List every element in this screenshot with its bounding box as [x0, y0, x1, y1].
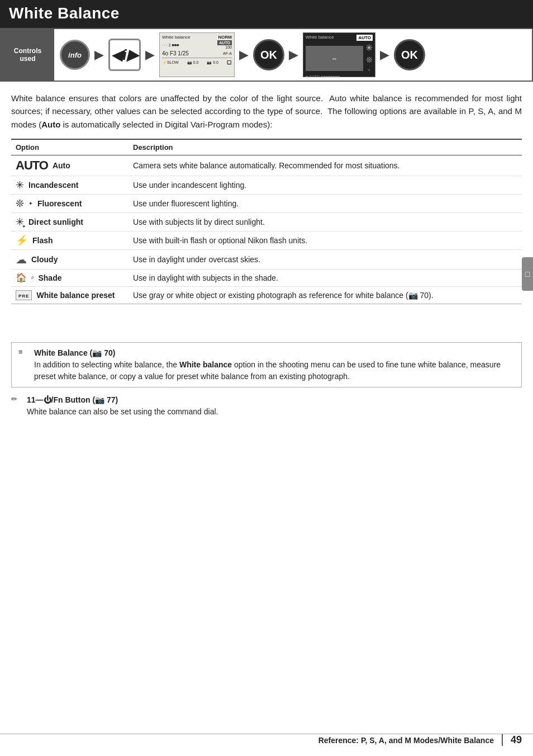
desc-cell-3: Use with subjects lit by direct sunlight… — [129, 212, 522, 231]
arrow-icon-3: ▶ — [239, 48, 249, 62]
note-icon-1: ≡ — [18, 348, 30, 356]
note-1-text: White Balance (📷 70) In addition to sele… — [34, 347, 515, 382]
controls-content: info ▶ ◀i▶ ▶ White balance NORM · · · 2 … — [54, 29, 532, 81]
table-row: AUTO AutoCamera sets white balance autom… — [11, 155, 522, 176]
option-cell-0: AUTO Auto — [11, 155, 129, 176]
option-cell-7: PRE White balance preset — [11, 287, 129, 304]
option-cell-1: ✳· Incandescent — [11, 176, 129, 194]
option-cell-6: 🏠// Shade — [11, 269, 129, 286]
page-footer: Reference: P, S, A, and M Modes/White Ba… — [0, 734, 533, 746]
arrow-icon-4: ▶ — [289, 48, 298, 62]
desc-cell-0: Camera sets white balance automatically.… — [129, 155, 522, 176]
camera-tab-icon: □ — [523, 270, 532, 278]
controls-panel: Controls used info ▶ ◀i▶ ▶ White balance… — [0, 28, 533, 82]
note-box-2: ✏ 11—⏻/Fn Button (📷 77) White balance ca… — [11, 394, 522, 418]
page-number: 49 — [502, 734, 522, 746]
option-cell-3: ✳✦ Direct sunlight — [11, 212, 129, 231]
arrow-icon-5: ▶ — [380, 48, 389, 62]
desc-cell-5: Use in daylight under overcast skies. — [129, 249, 522, 269]
table-row: PRE White balance presetUse gray or whit… — [11, 287, 522, 304]
controls-label: Controls used — [1, 29, 54, 81]
arrow-icon: ▶ — [94, 48, 104, 62]
table-row: ✳✦ Direct sunlightUse with subjects lit … — [11, 212, 522, 231]
i-icon: ◀i▶ — [111, 46, 137, 64]
desc-cell-6: Use in daylight with subjects in the sha… — [129, 269, 522, 286]
ok-button-1[interactable]: OK — [253, 39, 284, 70]
intro-paragraph: White balance ensures that colors are un… — [11, 92, 522, 131]
table-row: ⚡ FlashUse with built-in flash or option… — [11, 231, 522, 249]
note-box-1: ≡ White Balance (📷 70) In addition to se… — [11, 342, 522, 388]
col-option-header: Option — [11, 139, 129, 155]
right-tab: □ — [522, 257, 533, 291]
ok-button-2[interactable]: OK — [394, 39, 425, 70]
desc-cell-4: Use with built-in flash or optional Niko… — [129, 231, 522, 249]
option-cell-5: ☁ Cloudy — [11, 249, 129, 269]
footer-text: Reference: P, S, A, and M Modes/White Ba… — [318, 736, 494, 745]
note-icon-2: ✏ — [11, 395, 22, 403]
camera-screen-2: White balance AUTO ■■ ✳ ❊ • ■ AUTO ■■■■■… — [303, 32, 375, 77]
note-2-text: 11—⏻/Fn Button (📷 77) White balance can … — [27, 394, 218, 418]
notes-section: ≡ White Balance (📷 70) In addition to se… — [0, 342, 533, 433]
table-row: ❊✦ FluorescentUse under fluorescent ligh… — [11, 194, 522, 212]
desc-cell-2: Use under fluorescent lighting. — [129, 194, 522, 212]
page-title: White Balance — [0, 0, 533, 28]
option-cell-4: ⚡ Flash — [11, 231, 129, 249]
table-row: ✳· IncandescentUse under incandescent li… — [11, 176, 522, 194]
arrow-icon-2: ▶ — [145, 48, 155, 62]
option-cell-2: ❊✦ Fluorescent — [11, 194, 129, 212]
camera-screen-1: White balance NORM · · · 2 ■■■ AUTO 100 … — [159, 32, 235, 77]
table-row: ☁ CloudyUse in daylight under overcast s… — [11, 249, 522, 269]
title-text: White Balance — [9, 4, 120, 22]
desc-cell-1: Use under incandescent lighting. — [129, 176, 522, 194]
table-row: 🏠// ShadeUse in daylight with subjects i… — [11, 269, 522, 286]
i-button[interactable]: ◀i▶ — [108, 39, 141, 71]
desc-cell-7: Use gray or white object or existing pho… — [129, 287, 522, 304]
info-button[interactable]: info — [60, 40, 90, 70]
options-table: Option Description AUTO AutoCamera sets … — [11, 139, 522, 305]
main-content: White balance ensures that colors are un… — [0, 82, 533, 320]
col-description-header: Description — [129, 139, 522, 155]
